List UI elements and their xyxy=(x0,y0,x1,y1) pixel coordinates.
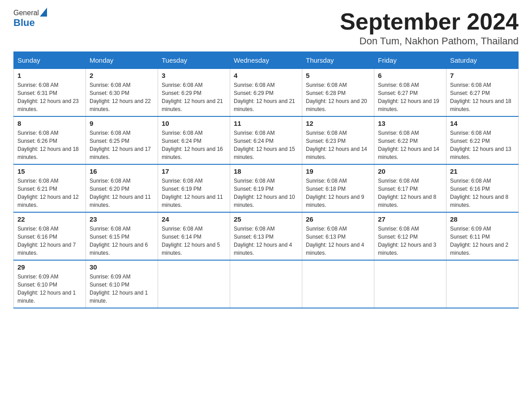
day-number: 17 xyxy=(162,167,226,175)
column-header-wednesday: Wednesday xyxy=(230,52,302,69)
calendar-cell: 15Sunrise: 6:08 AMSunset: 6:21 PMDayligh… xyxy=(14,164,86,212)
day-number: 16 xyxy=(90,167,154,175)
calendar-cell: 26Sunrise: 6:08 AMSunset: 6:13 PMDayligh… xyxy=(302,212,374,260)
calendar-cell xyxy=(230,260,302,308)
day-info: Sunrise: 6:08 AMSunset: 6:16 PMDaylight:… xyxy=(17,225,82,257)
calendar-cell: 14Sunrise: 6:08 AMSunset: 6:22 PMDayligh… xyxy=(446,116,519,164)
calendar-cell xyxy=(446,260,519,308)
day-number: 28 xyxy=(450,215,515,223)
page-header: General Blue September 2024 Don Tum, Nak… xyxy=(13,9,519,47)
column-header-tuesday: Tuesday xyxy=(158,52,230,69)
day-info: Sunrise: 6:08 AMSunset: 6:23 PMDaylight:… xyxy=(306,129,370,161)
calendar-cell: 20Sunrise: 6:08 AMSunset: 6:17 PMDayligh… xyxy=(374,164,446,212)
day-number: 1 xyxy=(17,72,82,79)
day-number: 5 xyxy=(306,72,370,79)
calendar-cell: 25Sunrise: 6:08 AMSunset: 6:13 PMDayligh… xyxy=(230,212,302,260)
day-info: Sunrise: 6:08 AMSunset: 6:24 PMDaylight:… xyxy=(162,129,226,161)
calendar-cell: 16Sunrise: 6:08 AMSunset: 6:20 PMDayligh… xyxy=(86,164,158,212)
day-info: Sunrise: 6:08 AMSunset: 6:30 PMDaylight:… xyxy=(90,81,154,113)
day-info: Sunrise: 6:09 AMSunset: 6:10 PMDaylight:… xyxy=(90,273,154,305)
logo: General Blue xyxy=(13,9,47,29)
day-number: 23 xyxy=(90,215,154,223)
calendar-cell xyxy=(374,260,446,308)
day-number: 22 xyxy=(17,215,82,223)
day-info: Sunrise: 6:08 AMSunset: 6:27 PMDaylight:… xyxy=(450,81,515,113)
day-number: 20 xyxy=(378,167,442,175)
day-number: 24 xyxy=(162,215,226,223)
day-info: Sunrise: 6:08 AMSunset: 6:12 PMDaylight:… xyxy=(378,225,442,257)
day-info: Sunrise: 6:08 AMSunset: 6:28 PMDaylight:… xyxy=(306,81,370,113)
day-number: 2 xyxy=(90,72,154,79)
day-number: 8 xyxy=(17,120,82,127)
column-header-monday: Monday xyxy=(86,52,158,69)
day-info: Sunrise: 6:08 AMSunset: 6:15 PMDaylight:… xyxy=(90,225,154,257)
calendar-week-row: 8Sunrise: 6:08 AMSunset: 6:26 PMDaylight… xyxy=(14,116,519,164)
location-text: Don Tum, Nakhon Pathom, Thailand xyxy=(340,35,519,47)
calendar-cell: 3Sunrise: 6:08 AMSunset: 6:29 PMDaylight… xyxy=(158,69,230,117)
column-header-friday: Friday xyxy=(374,52,446,69)
day-number: 29 xyxy=(17,263,82,271)
calendar-cell: 11Sunrise: 6:08 AMSunset: 6:24 PMDayligh… xyxy=(230,116,302,164)
calendar-cell: 24Sunrise: 6:08 AMSunset: 6:14 PMDayligh… xyxy=(158,212,230,260)
day-info: Sunrise: 6:08 AMSunset: 6:17 PMDaylight:… xyxy=(378,177,442,209)
day-number: 3 xyxy=(162,72,226,79)
calendar-cell: 28Sunrise: 6:09 AMSunset: 6:11 PMDayligh… xyxy=(446,212,519,260)
column-header-thursday: Thursday xyxy=(302,52,374,69)
calendar-cell: 2Sunrise: 6:08 AMSunset: 6:30 PMDaylight… xyxy=(86,69,158,117)
day-number: 21 xyxy=(450,167,515,175)
calendar-table: SundayMondayTuesdayWednesdayThursdayFrid… xyxy=(13,51,519,308)
day-info: Sunrise: 6:08 AMSunset: 6:20 PMDaylight:… xyxy=(90,177,154,209)
calendar-cell: 17Sunrise: 6:08 AMSunset: 6:19 PMDayligh… xyxy=(158,164,230,212)
day-number: 7 xyxy=(450,72,515,79)
calendar-cell: 5Sunrise: 6:08 AMSunset: 6:28 PMDaylight… xyxy=(302,69,374,117)
day-info: Sunrise: 6:08 AMSunset: 6:13 PMDaylight:… xyxy=(234,225,298,257)
day-number: 27 xyxy=(378,215,442,223)
day-info: Sunrise: 6:08 AMSunset: 6:18 PMDaylight:… xyxy=(306,177,370,209)
day-info: Sunrise: 6:09 AMSunset: 6:11 PMDaylight:… xyxy=(450,225,515,257)
title-block: September 2024 Don Tum, Nakhon Pathom, T… xyxy=(340,9,519,47)
logo-general-text: General xyxy=(13,9,39,17)
day-info: Sunrise: 6:08 AMSunset: 6:21 PMDaylight:… xyxy=(17,177,82,209)
calendar-cell: 1Sunrise: 6:08 AMSunset: 6:31 PMDaylight… xyxy=(14,69,86,117)
day-info: Sunrise: 6:08 AMSunset: 6:31 PMDaylight:… xyxy=(17,81,82,113)
month-title: September 2024 xyxy=(340,9,519,34)
column-header-sunday: Sunday xyxy=(14,52,86,69)
calendar-cell: 8Sunrise: 6:08 AMSunset: 6:26 PMDaylight… xyxy=(14,116,86,164)
day-number: 9 xyxy=(90,120,154,127)
calendar-cell: 10Sunrise: 6:08 AMSunset: 6:24 PMDayligh… xyxy=(158,116,230,164)
day-info: Sunrise: 6:08 AMSunset: 6:27 PMDaylight:… xyxy=(378,81,442,113)
day-number: 14 xyxy=(450,120,515,127)
calendar-cell: 9Sunrise: 6:08 AMSunset: 6:25 PMDaylight… xyxy=(86,116,158,164)
day-info: Sunrise: 6:08 AMSunset: 6:19 PMDaylight:… xyxy=(234,177,298,209)
calendar-cell: 30Sunrise: 6:09 AMSunset: 6:10 PMDayligh… xyxy=(86,260,158,308)
calendar-cell: 4Sunrise: 6:08 AMSunset: 6:29 PMDaylight… xyxy=(230,69,302,117)
day-info: Sunrise: 6:08 AMSunset: 6:29 PMDaylight:… xyxy=(162,81,226,113)
day-number: 18 xyxy=(234,167,298,175)
calendar-cell: 21Sunrise: 6:08 AMSunset: 6:16 PMDayligh… xyxy=(446,164,519,212)
day-number: 13 xyxy=(378,120,442,127)
day-number: 25 xyxy=(234,215,298,223)
day-number: 4 xyxy=(234,72,298,79)
day-number: 15 xyxy=(17,167,82,175)
day-info: Sunrise: 6:08 AMSunset: 6:14 PMDaylight:… xyxy=(162,225,226,257)
day-info: Sunrise: 6:08 AMSunset: 6:22 PMDaylight:… xyxy=(378,129,442,161)
day-number: 6 xyxy=(378,72,442,79)
calendar-cell: 7Sunrise: 6:08 AMSunset: 6:27 PMDaylight… xyxy=(446,69,519,117)
calendar-week-row: 29Sunrise: 6:09 AMSunset: 6:10 PMDayligh… xyxy=(14,260,519,308)
day-number: 11 xyxy=(234,120,298,127)
logo-blue-text: Blue xyxy=(13,17,35,29)
calendar-cell: 13Sunrise: 6:08 AMSunset: 6:22 PMDayligh… xyxy=(374,116,446,164)
day-info: Sunrise: 6:08 AMSunset: 6:25 PMDaylight:… xyxy=(90,129,154,161)
calendar-cell: 6Sunrise: 6:08 AMSunset: 6:27 PMDaylight… xyxy=(374,69,446,117)
day-info: Sunrise: 6:09 AMSunset: 6:10 PMDaylight:… xyxy=(17,273,82,305)
day-info: Sunrise: 6:08 AMSunset: 6:22 PMDaylight:… xyxy=(450,129,515,161)
day-number: 30 xyxy=(90,263,154,271)
logo-triangle-icon xyxy=(40,8,47,17)
day-info: Sunrise: 6:08 AMSunset: 6:29 PMDaylight:… xyxy=(234,81,298,113)
calendar-week-row: 1Sunrise: 6:08 AMSunset: 6:31 PMDaylight… xyxy=(14,69,519,117)
calendar-cell: 19Sunrise: 6:08 AMSunset: 6:18 PMDayligh… xyxy=(302,164,374,212)
calendar-header-row: SundayMondayTuesdayWednesdayThursdayFrid… xyxy=(14,52,519,69)
day-number: 19 xyxy=(306,167,370,175)
day-number: 26 xyxy=(306,215,370,223)
day-number: 10 xyxy=(162,120,226,127)
